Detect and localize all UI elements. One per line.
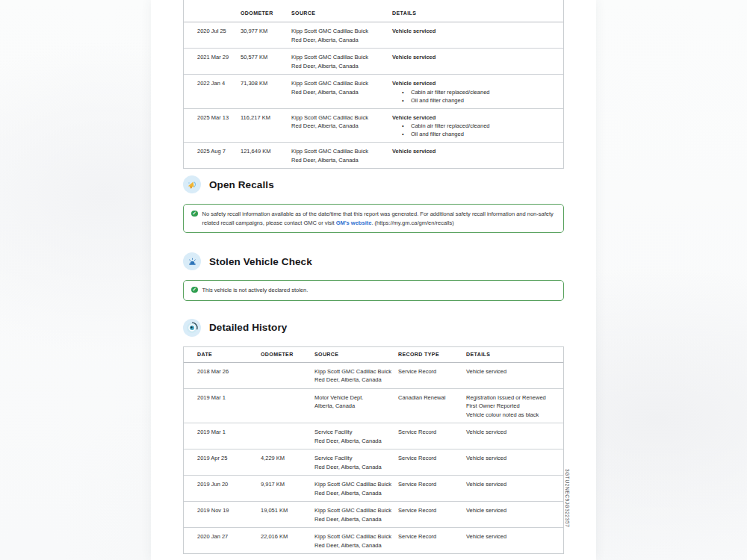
- service-table-row: 2021 Mar 2950,577 KMKipp Scott GMC Cadil…: [184, 49, 563, 75]
- cell-odometer: [261, 428, 314, 445]
- cell-date: 2019 Mar 1: [184, 393, 261, 420]
- open-recalls-section-header: Open Recalls: [183, 175, 564, 193]
- cell-details: Vehicle serviced: [392, 27, 563, 44]
- cell-details: Registration Issued or RenewedFirst Owne…: [466, 393, 563, 420]
- report-content: ODOMETER SOURCE DETAILS 2020 Jul 2530,97…: [183, 0, 564, 554]
- detailed-history-header-row: DATE ODOMETER SOURCE RECORD TYPE DETAILS: [184, 346, 563, 363]
- source-name: Kipp Scott GMC Cadillac Buick: [314, 480, 398, 489]
- cell-details: Vehicle serviced: [466, 367, 563, 385]
- details-line: Vehicle serviced: [466, 506, 563, 515]
- cell-record-type: Canadian Renewal: [398, 393, 466, 420]
- cell-source: Kipp Scott GMC Cadillac BuickRed Deer, A…: [314, 367, 398, 385]
- cell-odometer: [261, 367, 314, 385]
- cell-source: Kipp Scott GMC Cadillac BuickRed Deer, A…: [314, 480, 398, 497]
- cell-details: Vehicle servicedCabin air filter replace…: [392, 113, 563, 139]
- source-name: Kipp Scott GMC Cadillac Buick: [291, 27, 392, 36]
- details-bullet-item: Cabin air filter replaced/cleaned: [392, 122, 563, 130]
- details-bullet-item: Oil and filter changed: [392, 96, 563, 105]
- details-bullet-list: Cabin air filter replaced/cleanedOil and…: [392, 122, 563, 138]
- details-line: Vehicle colour noted as black: [466, 411, 563, 420]
- open-recalls-title: Open Recalls: [209, 179, 274, 190]
- source-name: Service Facility: [314, 454, 398, 463]
- header-date: DATE: [184, 352, 261, 357]
- page-background: { "report": { "vin_vertical": "3GTU2NEC9…: [0, 0, 747, 560]
- header-details: DETAILS: [466, 352, 563, 357]
- cell-date: 2025 Aug 7: [184, 147, 241, 164]
- cell-source: Kipp Scott GMC Cadillac BuickRed Deer, A…: [291, 53, 392, 70]
- source-name: Kipp Scott GMC Cadillac Buick: [291, 53, 392, 62]
- details-title: Vehicle serviced: [392, 147, 563, 156]
- source-location: Red Deer, Alberta, Canada: [291, 88, 392, 97]
- megaphone-icon: [183, 175, 201, 193]
- cell-date: 2019 Nov 19: [184, 506, 261, 523]
- service-table-row: 2020 Jul 2530,977 KMKipp Scott GMC Cadil…: [184, 22, 563, 49]
- recall-message-after: . (https://my.gm.ca/gm/en/recalls): [371, 220, 453, 226]
- recall-status-text: No safety recall information available a…: [202, 210, 557, 227]
- cell-date: 2021 Mar 29: [184, 53, 241, 70]
- detailed-history-row: 2019 Nov 1919,051 KMKipp Scott GMC Cadil…: [184, 502, 563, 528]
- details-bullet-item: Oil and filter changed: [392, 130, 563, 138]
- cell-odometer: 71,308 KM: [241, 79, 291, 105]
- cell-source: Kipp Scott GMC Cadillac BuickRed Deer, A…: [291, 79, 392, 105]
- check-circle-icon: ✓: [191, 287, 198, 293]
- header-odometer: ODOMETER: [241, 10, 291, 16]
- source-location: Red Deer, Alberta, Canada: [314, 489, 398, 498]
- cell-odometer: 121,649 KM: [241, 147, 291, 164]
- source-name: Kipp Scott GMC Cadillac Buick: [291, 113, 392, 122]
- detailed-history-table: DATE ODOMETER SOURCE RECORD TYPE DETAILS…: [183, 346, 564, 555]
- source-name: Kipp Scott GMC Cadillac Buick: [291, 79, 392, 88]
- siren-icon: [183, 252, 201, 270]
- cell-odometer: 19,051 KM: [261, 506, 314, 523]
- stolen-status-text: This vehicle is not actively declared st…: [202, 286, 309, 295]
- cell-details: Vehicle serviced: [466, 428, 563, 445]
- source-name: Service Facility: [314, 428, 398, 437]
- cell-date: 2019 Jun 20: [184, 480, 261, 497]
- source-name: Kipp Scott GMC Cadillac Buick: [314, 367, 398, 376]
- detailed-history-row: 2019 Jun 209,917 KMKipp Scott GMC Cadill…: [184, 476, 563, 502]
- source-location: Red Deer, Alberta, Canada: [291, 122, 392, 131]
- detailed-history-section-header: Detailed History: [183, 319, 564, 337]
- detailed-history-row: 2020 Jan 2722,016 KMKipp Scott GMC Cadil…: [184, 528, 563, 553]
- cell-source: Kipp Scott GMC Cadillac BuickRed Deer, A…: [314, 506, 398, 523]
- detailed-history-row: 2019 Mar 1Service FacilityRed Deer, Albe…: [184, 423, 563, 449]
- gm-website-link[interactable]: GM's website: [336, 220, 372, 226]
- cell-source: Kipp Scott GMC Cadillac BuickRed Deer, A…: [291, 147, 392, 164]
- header-odometer: ODOMETER: [261, 352, 314, 357]
- service-table-header-row: ODOMETER SOURCE DETAILS: [184, 0, 563, 22]
- details-line: First Owner Reported: [466, 402, 563, 411]
- header-record-type: RECORD TYPE: [398, 352, 466, 357]
- cell-source: Service FacilityRed Deer, Alberta, Canad…: [314, 454, 398, 471]
- cell-date: 2020 Jul 25: [184, 27, 241, 44]
- details-line: Vehicle serviced: [466, 454, 563, 463]
- cell-source: Motor Vehicle Dept.Alberta, Canada: [314, 393, 398, 420]
- cell-record-type: Service Record: [398, 367, 466, 385]
- details-line: Vehicle serviced: [466, 532, 563, 541]
- header-source: SOURCE: [314, 352, 398, 357]
- cell-record-type: Service Record: [398, 506, 466, 523]
- detailed-history-body: 2018 Mar 26Kipp Scott GMC Cadillac Buick…: [184, 363, 563, 554]
- cell-odometer: 50,577 KM: [241, 53, 291, 70]
- source-location: Red Deer, Alberta, Canada: [291, 36, 392, 45]
- details-title: Vehicle serviced: [392, 53, 563, 62]
- source-location: Red Deer, Alberta, Canada: [314, 463, 398, 472]
- cell-date: 2025 Mar 13: [184, 113, 241, 139]
- cell-record-type: Service Record: [398, 480, 466, 497]
- stolen-vehicle-title: Stolen Vehicle Check: [209, 256, 312, 267]
- details-title: Vehicle serviced: [392, 27, 563, 36]
- report-document: ODOMETER SOURCE DETAILS 2020 Jul 2530,97…: [151, 0, 596, 560]
- cell-date: 2018 Mar 26: [184, 367, 261, 385]
- details-line: Vehicle serviced: [466, 367, 563, 376]
- cell-record-type: Service Record: [398, 428, 466, 445]
- cell-date: 2022 Jan 4: [184, 79, 241, 105]
- cell-source: Kipp Scott GMC Cadillac BuickRed Deer, A…: [291, 113, 392, 139]
- details-bullet-item: Cabin air filter replaced/cleaned: [392, 88, 563, 96]
- service-records-table: ODOMETER SOURCE DETAILS 2020 Jul 2530,97…: [183, 0, 564, 169]
- cell-source: Service FacilityRed Deer, Alberta, Canad…: [314, 428, 398, 445]
- source-location: Red Deer, Alberta, Canada: [314, 541, 398, 550]
- source-name: Kipp Scott GMC Cadillac Buick: [314, 532, 398, 541]
- source-location: Red Deer, Alberta, Canada: [314, 376, 398, 385]
- cell-odometer: [261, 393, 314, 420]
- recall-status-box: ✓ No safety recall information available…: [183, 204, 564, 233]
- source-name: Kipp Scott GMC Cadillac Buick: [291, 147, 392, 156]
- source-location: Red Deer, Alberta, Canada: [314, 437, 398, 446]
